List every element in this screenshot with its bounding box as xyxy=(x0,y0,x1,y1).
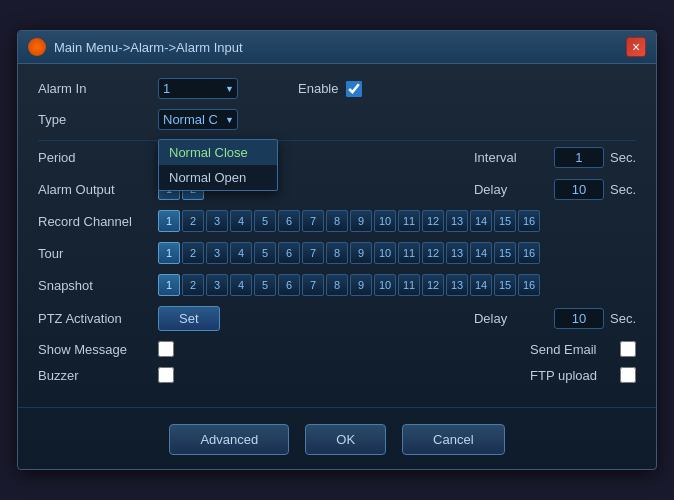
snap-ch10[interactable]: 10 xyxy=(374,274,396,296)
show-message-checkbox[interactable] xyxy=(158,341,174,357)
rec-ch9[interactable]: 9 xyxy=(350,210,372,232)
rec-ch8[interactable]: 8 xyxy=(326,210,348,232)
send-email-checkbox[interactable] xyxy=(620,341,636,357)
rec-ch5[interactable]: 5 xyxy=(254,210,276,232)
tour-ch15[interactable]: 15 xyxy=(494,242,516,264)
rec-ch1[interactable]: 1 xyxy=(158,210,180,232)
ptz-row: PTZ Activation Set Delay 10 Sec. xyxy=(38,306,636,331)
tour-label: Tour xyxy=(38,246,158,261)
tour-ch12[interactable]: 12 xyxy=(422,242,444,264)
rec-ch7[interactable]: 7 xyxy=(302,210,324,232)
rec-ch4[interactable]: 4 xyxy=(230,210,252,232)
tour-ch4[interactable]: 4 xyxy=(230,242,252,264)
tour-ch10[interactable]: 10 xyxy=(374,242,396,264)
period-label: Period xyxy=(38,150,158,165)
rec-ch13[interactable]: 13 xyxy=(446,210,468,232)
ptz-delay-label: Delay xyxy=(474,311,554,326)
main-window: Main Menu->Alarm->Alarm Input × Alarm In… xyxy=(17,30,657,470)
type-label: Type xyxy=(38,112,158,127)
snap-ch6[interactable]: 6 xyxy=(278,274,300,296)
rec-ch11[interactable]: 11 xyxy=(398,210,420,232)
dropdown-item-normal-close[interactable]: Normal Close xyxy=(159,140,277,165)
alarm-output-label: Alarm Output xyxy=(38,182,158,197)
ptz-activation-label: PTZ Activation xyxy=(38,311,158,326)
rec-ch15[interactable]: 15 xyxy=(494,210,516,232)
send-email-label: Send Email xyxy=(530,342,620,357)
alarm-in-label: Alarm In xyxy=(38,81,158,96)
buzzer-row: Buzzer FTP upload xyxy=(38,367,636,383)
snap-ch12[interactable]: 12 xyxy=(422,274,444,296)
snap-ch1[interactable]: 1 xyxy=(158,274,180,296)
enable-label: Enable xyxy=(298,81,338,96)
record-channel-label: Record Channel xyxy=(38,214,158,229)
tour-ch11[interactable]: 11 xyxy=(398,242,420,264)
snap-ch14[interactable]: 14 xyxy=(470,274,492,296)
tour-ch7[interactable]: 7 xyxy=(302,242,324,264)
snap-ch3[interactable]: 3 xyxy=(206,274,228,296)
snap-ch16[interactable]: 16 xyxy=(518,274,540,296)
ptz-delay-input[interactable]: 10 xyxy=(554,308,604,329)
snap-ch11[interactable]: 11 xyxy=(398,274,420,296)
tour-row: Tour 1 2 3 4 5 6 7 8 9 10 11 12 13 14 15… xyxy=(38,242,636,264)
tour-ch8[interactable]: 8 xyxy=(326,242,348,264)
record-channel-grid: 1 2 3 4 5 6 7 8 9 10 11 12 13 14 15 16 xyxy=(158,210,540,232)
snap-ch13[interactable]: 13 xyxy=(446,274,468,296)
ftp-upload-label: FTP upload xyxy=(530,368,620,383)
type-row: Type Normal Close Normal Open Normal Clo… xyxy=(38,109,636,130)
rec-ch16[interactable]: 16 xyxy=(518,210,540,232)
advanced-button[interactable]: Advanced xyxy=(169,424,289,455)
record-channel-row: Record Channel 1 2 3 4 5 6 7 8 9 10 11 1… xyxy=(38,210,636,232)
show-message-label: Show Message xyxy=(38,342,158,357)
tour-ch13[interactable]: 13 xyxy=(446,242,468,264)
interval-input[interactable]: 1 xyxy=(554,147,604,168)
snapshot-channel-grid: 1 2 3 4 5 6 7 8 9 10 11 12 13 14 15 16 xyxy=(158,274,540,296)
snap-ch4[interactable]: 4 xyxy=(230,274,252,296)
type-select[interactable]: Normal Close Normal Open xyxy=(158,109,238,130)
buzzer-checkbox[interactable] xyxy=(158,367,174,383)
snap-ch15[interactable]: 15 xyxy=(494,274,516,296)
rec-ch12[interactable]: 12 xyxy=(422,210,444,232)
buzzer-label: Buzzer xyxy=(38,368,158,383)
divider-1 xyxy=(38,140,636,141)
tour-ch2[interactable]: 2 xyxy=(182,242,204,264)
tour-ch1[interactable]: 1 xyxy=(158,242,180,264)
title-bar: Main Menu->Alarm->Alarm Input × xyxy=(18,31,656,64)
dropdown-item-normal-open[interactable]: Normal Open xyxy=(159,165,277,190)
ftp-upload-checkbox[interactable] xyxy=(620,367,636,383)
tour-ch3[interactable]: 3 xyxy=(206,242,228,264)
tour-ch9[interactable]: 9 xyxy=(350,242,372,264)
title-bar-left: Main Menu->Alarm->Alarm Input xyxy=(28,38,243,56)
rec-ch3[interactable]: 3 xyxy=(206,210,228,232)
cancel-button[interactable]: Cancel xyxy=(402,424,504,455)
tour-ch16[interactable]: 16 xyxy=(518,242,540,264)
delay-sec: Sec. xyxy=(610,182,636,197)
enable-checkbox[interactable] xyxy=(346,81,362,97)
type-select-wrapper: Normal Close Normal Open xyxy=(158,109,238,130)
snap-ch5[interactable]: 5 xyxy=(254,274,276,296)
tour-ch5[interactable]: 5 xyxy=(254,242,276,264)
tour-ch6[interactable]: 6 xyxy=(278,242,300,264)
rec-ch2[interactable]: 2 xyxy=(182,210,204,232)
ok-button[interactable]: OK xyxy=(305,424,386,455)
interval-label: Interval xyxy=(474,150,554,165)
set-button[interactable]: Set xyxy=(158,306,220,331)
period-row: Period Interval 1 Sec. xyxy=(38,147,636,168)
snap-ch7[interactable]: 7 xyxy=(302,274,324,296)
form-content: Alarm In 1 2 3 4 Enable Type Normal Clos… xyxy=(18,64,656,407)
delay-input[interactable]: 10 xyxy=(554,179,604,200)
alarm-output-row: Alarm Output 1 2 Delay 10 Sec. xyxy=(38,178,636,200)
alarm-in-select[interactable]: 1 2 3 4 xyxy=(158,78,238,99)
snapshot-row: Snapshot 1 2 3 4 5 6 7 8 9 10 11 12 13 1… xyxy=(38,274,636,296)
snapshot-label: Snapshot xyxy=(38,278,158,293)
snap-ch8[interactable]: 8 xyxy=(326,274,348,296)
snap-ch9[interactable]: 9 xyxy=(350,274,372,296)
show-message-row: Show Message Send Email xyxy=(38,341,636,357)
rec-ch10[interactable]: 10 xyxy=(374,210,396,232)
rec-ch6[interactable]: 6 xyxy=(278,210,300,232)
snap-ch2[interactable]: 2 xyxy=(182,274,204,296)
ptz-delay-sec: Sec. xyxy=(610,311,636,326)
close-button[interactable]: × xyxy=(626,37,646,57)
window-title: Main Menu->Alarm->Alarm Input xyxy=(54,40,243,55)
rec-ch14[interactable]: 14 xyxy=(470,210,492,232)
tour-ch14[interactable]: 14 xyxy=(470,242,492,264)
